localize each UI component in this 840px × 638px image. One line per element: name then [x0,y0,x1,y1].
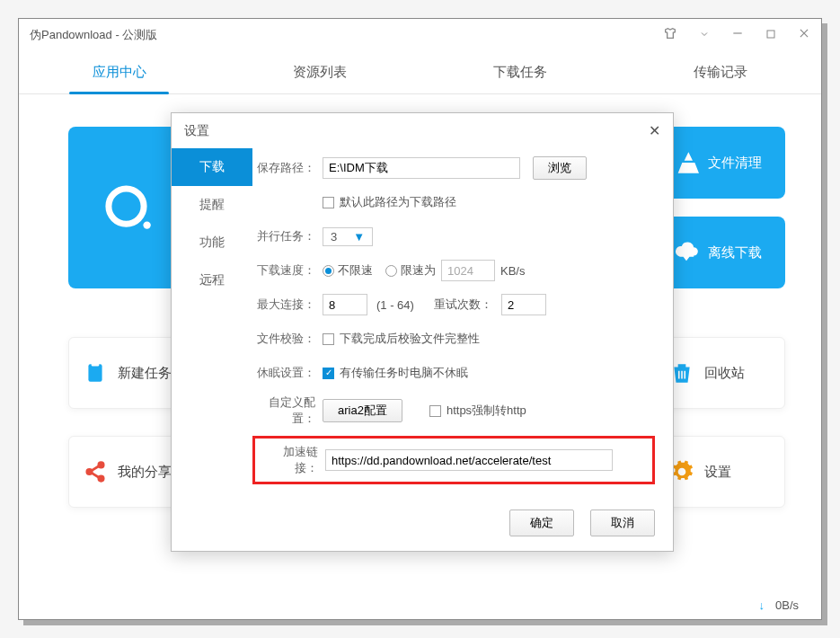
radio-unlimited-label: 不限速 [338,262,373,279]
accel-highlight-box: 加速链接： [252,436,655,484]
radio-limited-label: 限速为 [401,262,436,279]
titlebar: 伪Pandownload - 公测版 [19,19,821,51]
item-label: 我的分享 [118,464,172,481]
maximize-button[interactable] [765,27,776,43]
label-sleep: 休眠设置： [252,365,323,381]
dialog-title-text: 设置 [184,123,209,139]
parallel-select[interactable]: 3 ▼ [323,227,373,246]
max-conn-range: (1 - 64) [376,298,414,312]
verify-label: 下载完成后校验文件完整性 [340,331,480,347]
sleep-checkbox[interactable] [323,368,334,379]
https-checkbox[interactable] [429,405,441,417]
item-label: 设置 [704,464,731,481]
dialog-titlebar: 设置 ✕ [172,113,673,148]
sidebar-item-remind[interactable]: 提醒 [172,186,252,224]
save-path-input[interactable] [323,157,520,179]
share-icon [84,460,107,483]
dialog-body: 下载 提醒 功能 远程 保存路径： 浏览 默认此路径为下载路径 并行任务： 3 [172,148,673,499]
item-settings[interactable]: 设置 [655,436,785,508]
label-speed: 下载速度： [252,262,323,279]
item-label: 回收站 [704,365,745,382]
browse-button[interactable]: 浏览 [533,156,587,180]
dialog-form: 保存路径： 浏览 默认此路径为下载路径 并行任务： 3 ▼ 下载速度： [252,148,673,499]
label-custom: 自定义配置： [252,394,323,427]
dialog-footer: 确定 取消 [172,499,673,551]
dialog-close-button[interactable]: ✕ [649,122,660,139]
svg-rect-3 [88,364,102,382]
chevron-down-icon: ▼ [353,230,365,244]
svg-rect-4 [92,362,100,366]
tile-label: 离线下载 [708,244,762,261]
speed-limit-input[interactable] [441,260,495,281]
sidebar-item-function[interactable]: 功能 [172,224,252,261]
label-save-path: 保存路径： [252,160,323,176]
item-recycle[interactable]: 回收站 [655,337,785,409]
accel-url-input[interactable] [325,449,613,471]
label-verify: 文件校验： [252,331,323,347]
tab-resource-list[interactable]: 资源列表 [219,51,420,93]
sidebar-item-remote[interactable]: 远程 [172,261,252,299]
ok-button[interactable]: 确定 [509,510,574,536]
aria2-button[interactable]: aria2配置 [323,399,402,422]
max-conn-input[interactable] [323,294,367,315]
label-parallel: 并行任务： [252,228,323,244]
default-path-checkbox[interactable] [323,197,334,208]
https-label: https强制转http [447,403,526,419]
svg-point-2 [143,221,150,228]
minimize-button[interactable] [731,27,744,43]
default-path-label: 默认此路径为下载路径 [340,194,456,210]
radio-limited[interactable] [385,265,397,277]
tab-app-center[interactable]: 应用中心 [19,51,219,93]
tab-download-tasks[interactable]: 下载任务 [420,51,621,93]
svg-rect-0 [767,31,774,38]
item-label: 新建任务 [118,365,172,382]
label-retry: 重试次数： [434,297,492,313]
retry-input[interactable] [501,294,546,315]
cancel-button[interactable]: 取消 [590,510,655,536]
statusbar: ↓ 0B/s [758,598,799,612]
tab-transfer-log[interactable]: 传输记录 [621,51,821,93]
shirt-icon[interactable] [663,26,677,44]
verify-checkbox[interactable] [323,333,334,345]
svg-point-1 [108,189,143,224]
speed-unit: KB/s [500,264,525,278]
sidebar-item-download[interactable]: 下载 [172,148,252,186]
tab-bar: 应用中心 资源列表 下载任务 传输记录 [19,51,821,94]
window-controls [663,26,810,44]
window-title: 伪Pandownload - 公测版 [30,27,663,43]
tile-label: 文件清理 [708,155,762,172]
label-max-conn: 最大连接： [252,297,323,313]
close-button[interactable] [798,27,810,43]
speed-value: 0B/s [775,598,799,612]
clipboard-icon [84,361,107,385]
dropdown-icon[interactable] [699,27,710,43]
settings-dialog: 设置 ✕ 下载 提醒 功能 远程 保存路径： 浏览 默认此路径为下载路径 并行任… [171,112,674,552]
cloud-download-icon [674,240,699,265]
broom-icon [674,150,699,175]
radio-unlimited[interactable] [323,265,334,277]
circle-icon [98,176,161,239]
sleep-label: 有传输任务时电脑不休眠 [340,365,468,381]
dialog-sidebar: 下载 提醒 功能 远程 [172,148,252,499]
download-arrow-icon: ↓ [758,598,765,612]
label-accel: 加速链接： [262,444,325,476]
